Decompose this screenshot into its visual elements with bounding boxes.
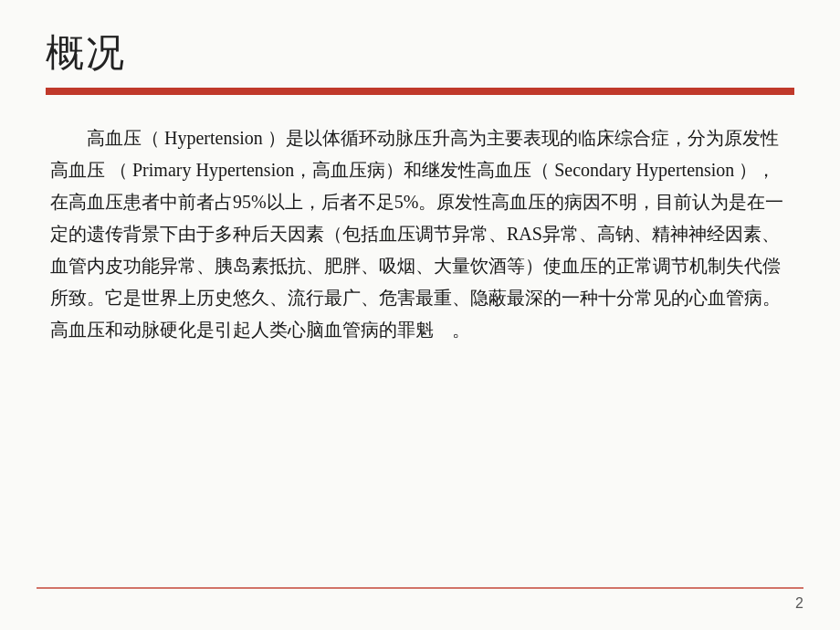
slide: 概况 高血压（ Hypertension ）是以体循环动脉压升高为主要表现的临床… [0,0,840,630]
red-divider-bar [46,88,794,95]
bottom-red-line [37,587,803,589]
page-number: 2 [795,595,803,612]
body-paragraph: 高血压（ Hypertension ）是以体循环动脉压升高为主要表现的临床综合症… [50,122,790,346]
slide-title: 概况 [46,27,794,79]
content-section: 高血压（ Hypertension ）是以体循环动脉压升高为主要表现的临床综合症… [0,95,840,630]
header-section: 概况 [0,0,840,95]
